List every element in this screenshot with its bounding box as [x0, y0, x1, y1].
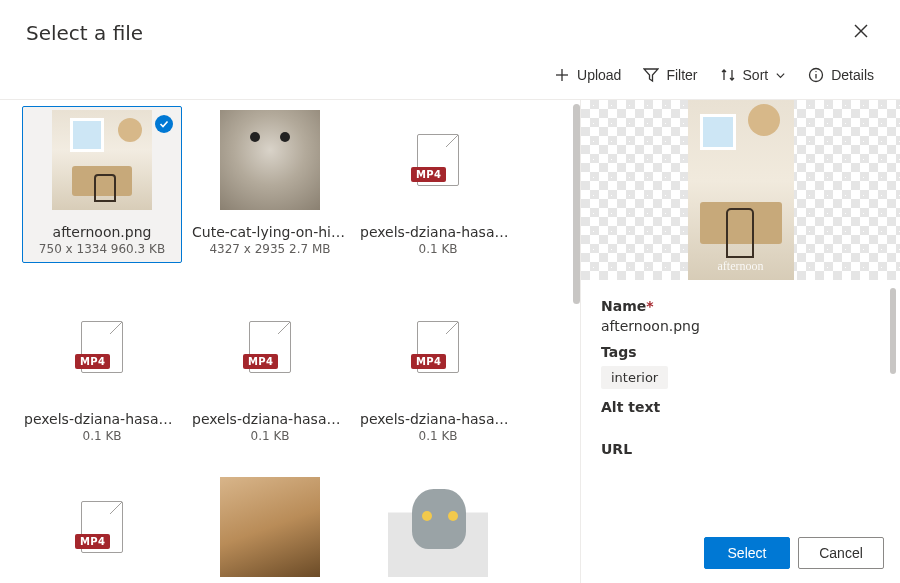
cat-image-icon: [220, 110, 320, 210]
mp4-file-icon: MP4: [417, 321, 459, 373]
details-button[interactable]: Details: [808, 63, 874, 87]
alttext-label: Alt text: [601, 399, 880, 415]
modal-footer: Select Cancel: [704, 537, 884, 569]
selected-check: [155, 115, 173, 133]
chevron-down-icon: [775, 70, 786, 81]
check-icon: [159, 119, 169, 129]
toolbar: Upload Filter Sort Details: [0, 57, 900, 100]
file-meta: 4327 x 2935 2.7 MB: [209, 242, 330, 256]
file-thumbnail: [388, 477, 488, 577]
file-meta: 0.1 KB: [419, 429, 458, 443]
file-thumbnail: [52, 110, 152, 210]
details-scrollbar[interactable]: [890, 288, 896, 374]
cancel-button[interactable]: Cancel: [798, 537, 884, 569]
mp4-file-icon: MP4: [249, 321, 291, 373]
file-card[interactable]: Cute-cat-lying-on-his-... 4327 x 2935 2.…: [190, 106, 350, 263]
file-card[interactable]: afternoon.png 750 x 1334 960.3 KB: [22, 106, 182, 263]
svg-marker-4: [644, 69, 658, 81]
close-button[interactable]: [848, 18, 874, 47]
filter-icon: [643, 67, 659, 83]
file-thumbnail: MP4: [388, 297, 488, 397]
file-meta: 0.1 KB: [251, 429, 290, 443]
file-card[interactable]: MP4 pexels-dziana-hasanb... 0.1 KB: [358, 106, 518, 263]
filter-button[interactable]: Filter: [643, 63, 697, 87]
file-name: pexels-dziana-hasanb...: [24, 411, 180, 427]
file-meta: 0.1 KB: [83, 429, 122, 443]
file-grid-container: afternoon.png 750 x 1334 960.3 KB Cute-c…: [0, 100, 580, 583]
file-name: afternoon.png: [53, 224, 152, 240]
file-card[interactable]: MP4 pexels-dziana-hasanb... 0.1 KB: [358, 293, 518, 443]
plus-icon: [554, 67, 570, 83]
file-meta: 750 x 1334 960.3 KB: [39, 242, 165, 256]
preview-signature: afternoon: [688, 259, 794, 274]
file-name: pexels-dziana-hasanb...: [360, 411, 516, 427]
name-label: Name*: [601, 298, 880, 314]
file-card[interactable]: [358, 473, 518, 577]
details-fields: Name* afternoon.png Tags interior Alt te…: [581, 280, 900, 475]
upload-button[interactable]: Upload: [554, 63, 621, 87]
file-card[interactable]: MP4 pexels-dziana-hasanb... 0.1 KB: [22, 293, 182, 443]
cat-image-icon: [220, 477, 320, 577]
modal-body: afternoon.png 750 x 1334 960.3 KB Cute-c…: [0, 100, 900, 583]
tag-chip[interactable]: interior: [601, 366, 668, 389]
details-panel: afternoon Name* afternoon.png Tags inter…: [580, 100, 900, 583]
preview-area: afternoon: [581, 100, 900, 280]
tags-label: Tags: [601, 344, 880, 360]
file-card[interactable]: MP4: [22, 473, 182, 577]
details-label: Details: [831, 67, 874, 83]
modal-header: Select a file: [0, 0, 900, 57]
file-name: Cute-cat-lying-on-his-...: [192, 224, 348, 240]
upload-label: Upload: [577, 67, 621, 83]
file-thumbnail: MP4: [388, 110, 488, 210]
file-name: pexels-dziana-hasanb...: [360, 224, 516, 240]
close-icon: [854, 24, 868, 38]
filter-label: Filter: [666, 67, 697, 83]
file-name: pexels-dziana-hasanb...: [192, 411, 348, 427]
file-thumbnail: [220, 477, 320, 577]
file-thumbnail: [220, 110, 320, 210]
file-picker-modal: Select a file Upload Filter Sort Details: [0, 0, 900, 583]
file-meta: 0.1 KB: [419, 242, 458, 256]
file-grid: afternoon.png 750 x 1334 960.3 KB Cute-c…: [22, 106, 574, 577]
url-label: URL: [601, 441, 880, 457]
mp4-file-icon: MP4: [81, 501, 123, 553]
file-card[interactable]: [190, 473, 350, 577]
mp4-file-icon: MP4: [417, 134, 459, 186]
cat-image-icon: [388, 477, 488, 577]
room-image-icon: [52, 110, 152, 210]
name-value[interactable]: afternoon.png: [601, 318, 880, 334]
file-thumbnail: MP4: [52, 297, 152, 397]
select-button[interactable]: Select: [704, 537, 790, 569]
svg-point-7: [816, 71, 817, 72]
sort-label: Sort: [743, 67, 769, 83]
grid-scrollbar[interactable]: [573, 104, 580, 304]
preview-image: afternoon: [688, 100, 794, 280]
file-card[interactable]: MP4 pexels-dziana-hasanb... 0.1 KB: [190, 293, 350, 443]
sort-icon: [720, 67, 736, 83]
mp4-file-icon: MP4: [81, 321, 123, 373]
file-thumbnail: MP4: [52, 477, 152, 577]
info-icon: [808, 67, 824, 83]
modal-title: Select a file: [26, 21, 143, 45]
sort-button[interactable]: Sort: [720, 63, 787, 87]
file-thumbnail: MP4: [220, 297, 320, 397]
